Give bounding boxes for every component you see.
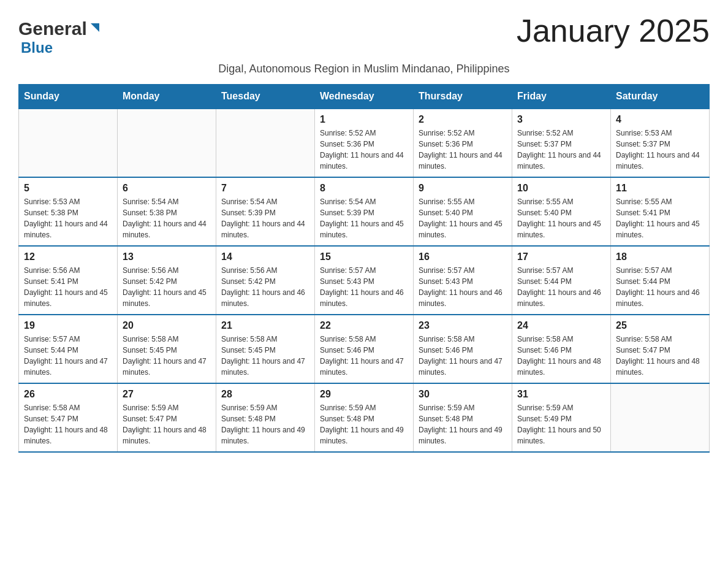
calendar-cell: 15Sunrise: 5:57 AM Sunset: 5:43 PM Dayli…: [315, 246, 414, 315]
calendar-cell: 19Sunrise: 5:57 AM Sunset: 5:44 PM Dayli…: [19, 315, 118, 383]
calendar-cell: 8Sunrise: 5:54 AM Sunset: 5:39 PM Daylig…: [315, 177, 414, 246]
day-info: Sunrise: 5:59 AM Sunset: 5:47 PM Dayligh…: [123, 402, 211, 446]
calendar-cell: 31Sunrise: 5:59 AM Sunset: 5:49 PM Dayli…: [512, 383, 611, 452]
day-number: 27: [123, 389, 211, 400]
calendar-cell: [216, 109, 315, 177]
day-number: 19: [24, 320, 112, 331]
day-info: Sunrise: 5:58 AM Sunset: 5:47 PM Dayligh…: [616, 334, 704, 378]
day-number: 13: [123, 251, 211, 262]
day-number: 6: [123, 183, 211, 194]
day-of-week-header: Friday: [512, 85, 611, 109]
svg-marker-0: [91, 23, 99, 32]
day-number: 25: [616, 320, 704, 331]
calendar-cell: 28Sunrise: 5:59 AM Sunset: 5:48 PM Dayli…: [216, 383, 315, 452]
day-number: 31: [517, 389, 605, 400]
calendar-week-row: 5Sunrise: 5:53 AM Sunset: 5:38 PM Daylig…: [19, 177, 710, 246]
calendar-cell: 20Sunrise: 5:58 AM Sunset: 5:45 PM Dayli…: [118, 315, 216, 383]
day-info: Sunrise: 5:52 AM Sunset: 5:37 PM Dayligh…: [517, 128, 605, 172]
day-info: Sunrise: 5:57 AM Sunset: 5:43 PM Dayligh…: [419, 265, 507, 309]
day-info: Sunrise: 5:59 AM Sunset: 5:48 PM Dayligh…: [419, 402, 507, 446]
calendar-cell: 24Sunrise: 5:58 AM Sunset: 5:46 PM Dayli…: [512, 315, 611, 383]
day-number: 16: [419, 251, 507, 262]
day-info: Sunrise: 5:58 AM Sunset: 5:45 PM Dayligh…: [221, 334, 309, 378]
calendar-cell: 3Sunrise: 5:52 AM Sunset: 5:37 PM Daylig…: [512, 109, 611, 177]
day-info: Sunrise: 5:58 AM Sunset: 5:46 PM Dayligh…: [517, 334, 605, 378]
logo-general: General: [18, 18, 87, 39]
day-number: 15: [320, 251, 408, 262]
calendar-cell: 14Sunrise: 5:56 AM Sunset: 5:42 PM Dayli…: [216, 246, 315, 315]
day-info: Sunrise: 5:57 AM Sunset: 5:43 PM Dayligh…: [320, 265, 408, 309]
day-info: Sunrise: 5:52 AM Sunset: 5:36 PM Dayligh…: [419, 128, 507, 172]
calendar-cell: [19, 109, 118, 177]
subtitle: Digal, Autonomous Region in Muslim Minda…: [18, 63, 710, 75]
calendar-cell: 5Sunrise: 5:53 AM Sunset: 5:38 PM Daylig…: [19, 177, 118, 246]
day-info: Sunrise: 5:58 AM Sunset: 5:46 PM Dayligh…: [419, 334, 507, 378]
day-info: Sunrise: 5:55 AM Sunset: 5:41 PM Dayligh…: [616, 196, 704, 240]
day-number: 10: [517, 183, 605, 194]
logo: General Blue: [18, 18, 102, 56]
day-of-week-header: Tuesday: [216, 85, 315, 109]
day-number: 21: [221, 320, 309, 331]
page-header: General Blue January 2025: [18, 12, 710, 56]
logo-blue: Blue: [21, 39, 53, 56]
day-of-week-header: Thursday: [414, 85, 512, 109]
day-info: Sunrise: 5:59 AM Sunset: 5:49 PM Dayligh…: [517, 402, 605, 446]
day-of-week-header: Sunday: [19, 85, 118, 109]
calendar-cell: 10Sunrise: 5:55 AM Sunset: 5:40 PM Dayli…: [512, 177, 611, 246]
calendar-cell: 17Sunrise: 5:57 AM Sunset: 5:44 PM Dayli…: [512, 246, 611, 315]
calendar-week-row: 12Sunrise: 5:56 AM Sunset: 5:41 PM Dayli…: [19, 246, 710, 315]
day-info: Sunrise: 5:54 AM Sunset: 5:39 PM Dayligh…: [320, 196, 408, 240]
day-number: 4: [616, 114, 704, 125]
day-info: Sunrise: 5:59 AM Sunset: 5:48 PM Dayligh…: [320, 402, 408, 446]
calendar-cell: 2Sunrise: 5:52 AM Sunset: 5:36 PM Daylig…: [414, 109, 512, 177]
day-info: Sunrise: 5:57 AM Sunset: 5:44 PM Dayligh…: [517, 265, 605, 309]
calendar-week-row: 26Sunrise: 5:58 AM Sunset: 5:47 PM Dayli…: [19, 383, 710, 452]
logo-triangle-icon: [88, 21, 102, 34]
day-number: 23: [419, 320, 507, 331]
day-info: Sunrise: 5:58 AM Sunset: 5:45 PM Dayligh…: [123, 334, 211, 378]
month-title: January 2025: [517, 12, 710, 49]
day-number: 29: [320, 389, 408, 400]
calendar-cell: 16Sunrise: 5:57 AM Sunset: 5:43 PM Dayli…: [414, 246, 512, 315]
day-info: Sunrise: 5:58 AM Sunset: 5:46 PM Dayligh…: [320, 334, 408, 378]
day-number: 7: [221, 183, 309, 194]
day-number: 22: [320, 320, 408, 331]
day-number: 17: [517, 251, 605, 262]
day-info: Sunrise: 5:57 AM Sunset: 5:44 PM Dayligh…: [616, 265, 704, 309]
calendar-cell: 26Sunrise: 5:58 AM Sunset: 5:47 PM Dayli…: [19, 383, 118, 452]
day-info: Sunrise: 5:56 AM Sunset: 5:41 PM Dayligh…: [24, 265, 112, 309]
day-number: 20: [123, 320, 211, 331]
day-info: Sunrise: 5:58 AM Sunset: 5:47 PM Dayligh…: [24, 402, 112, 446]
day-info: Sunrise: 5:57 AM Sunset: 5:44 PM Dayligh…: [24, 334, 112, 378]
day-info: Sunrise: 5:54 AM Sunset: 5:39 PM Dayligh…: [221, 196, 309, 240]
day-number: 14: [221, 251, 309, 262]
calendar-cell: 18Sunrise: 5:57 AM Sunset: 5:44 PM Dayli…: [611, 246, 710, 315]
calendar-cell: 12Sunrise: 5:56 AM Sunset: 5:41 PM Dayli…: [19, 246, 118, 315]
calendar-cell: 1Sunrise: 5:52 AM Sunset: 5:36 PM Daylig…: [315, 109, 414, 177]
day-info: Sunrise: 5:59 AM Sunset: 5:48 PM Dayligh…: [221, 402, 309, 446]
day-number: 2: [419, 114, 507, 125]
calendar-table: SundayMondayTuesdayWednesdayThursdayFrid…: [18, 84, 710, 453]
day-info: Sunrise: 5:56 AM Sunset: 5:42 PM Dayligh…: [221, 265, 309, 309]
day-info: Sunrise: 5:54 AM Sunset: 5:38 PM Dayligh…: [123, 196, 211, 240]
calendar-cell: 7Sunrise: 5:54 AM Sunset: 5:39 PM Daylig…: [216, 177, 315, 246]
calendar-cell: 22Sunrise: 5:58 AM Sunset: 5:46 PM Dayli…: [315, 315, 414, 383]
day-of-week-header: Monday: [118, 85, 216, 109]
day-number: 12: [24, 251, 112, 262]
calendar-cell: [611, 383, 710, 452]
day-number: 18: [616, 251, 704, 262]
calendar-cell: 29Sunrise: 5:59 AM Sunset: 5:48 PM Dayli…: [315, 383, 414, 452]
calendar-header-row: SundayMondayTuesdayWednesdayThursdayFrid…: [19, 85, 710, 109]
day-info: Sunrise: 5:53 AM Sunset: 5:38 PM Dayligh…: [24, 196, 112, 240]
calendar-week-row: 1Sunrise: 5:52 AM Sunset: 5:36 PM Daylig…: [19, 109, 710, 177]
calendar-cell: [118, 109, 216, 177]
calendar-cell: 25Sunrise: 5:58 AM Sunset: 5:47 PM Dayli…: [611, 315, 710, 383]
calendar-cell: 4Sunrise: 5:53 AM Sunset: 5:37 PM Daylig…: [611, 109, 710, 177]
day-number: 11: [616, 183, 704, 194]
day-info: Sunrise: 5:56 AM Sunset: 5:42 PM Dayligh…: [123, 265, 211, 309]
calendar-cell: 27Sunrise: 5:59 AM Sunset: 5:47 PM Dayli…: [118, 383, 216, 452]
calendar-cell: 23Sunrise: 5:58 AM Sunset: 5:46 PM Dayli…: [414, 315, 512, 383]
calendar-cell: 30Sunrise: 5:59 AM Sunset: 5:48 PM Dayli…: [414, 383, 512, 452]
day-number: 24: [517, 320, 605, 331]
day-number: 9: [419, 183, 507, 194]
